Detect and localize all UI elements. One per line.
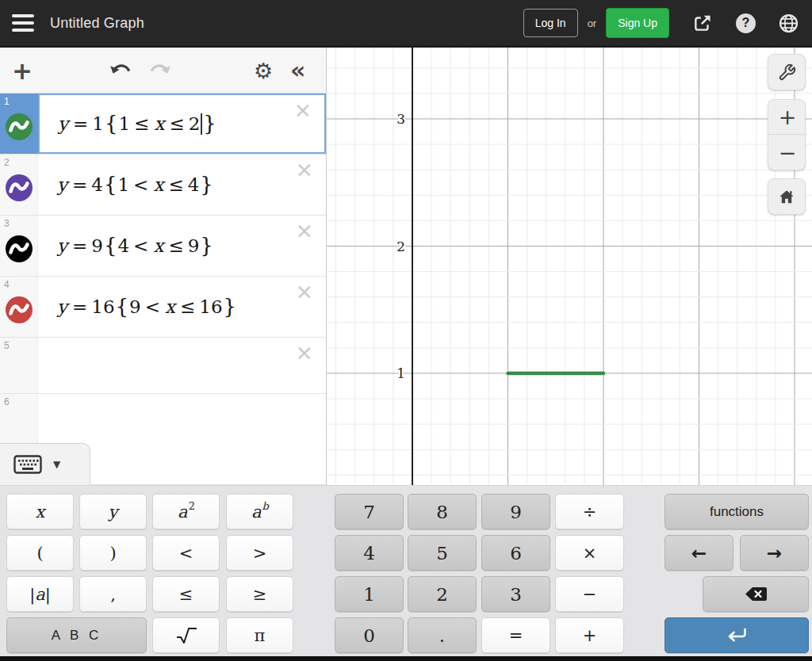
key-label: ≥ [253,585,267,604]
key-add[interactable]: + [555,617,624,653]
key-arrow-left[interactable]: ← [665,535,733,571]
expression-row[interactable]: 5× [0,338,326,394]
key-8[interactable]: 8 [408,494,477,529]
home-icon [778,188,795,205]
key-arrow-right[interactable]: → [740,535,809,571]
key-label: π [255,626,266,645]
delete-expression-button[interactable]: × [290,341,318,364]
delete-expression-button[interactable]: × [290,219,318,242]
key-decimal[interactable]: . [408,617,477,653]
curve-icon[interactable] [6,174,33,204]
key-enter[interactable] [665,617,809,653]
expression-input[interactable]: y=9{4<x≤9}× [39,216,326,276]
key-less-equal[interactable]: ≤ [152,576,220,612]
key-label: 2 [436,584,448,605]
delete-expression-button[interactable]: × [290,158,318,181]
key-label: 9 [510,502,522,522]
graph-canvas[interactable]: 321 [327,48,812,485]
expression-list: 1y=1{1≤x≤2}×2y=4{1<x≤4}×3y=9{4<x≤9}×4y=1… [0,94,326,485]
y-axis-tick-label: 3 [396,111,405,127]
key-0[interactable]: 0 [335,617,404,653]
sign-up-button[interactable]: Sign Up [606,8,669,38]
key-6[interactable]: 6 [481,535,550,571]
key-functions[interactable]: functions [665,494,809,529]
expression-panel: + ⚙ « 1y=1{1≤x≤2}×2y=4{1<x≤4}×3y=9{4<x≤9… [0,48,327,485]
key-label: A B C [52,628,102,644]
redo-button[interactable] [147,59,173,81]
key-4[interactable]: 4 [335,535,404,571]
expression-number: 1 [4,96,10,107]
collapse-panel-button[interactable]: « [289,57,307,84]
log-in-button[interactable]: Log In [523,9,578,37]
expression-input[interactable]: y=1{1≤x≤2}× [38,94,326,154]
keyboard-icon [13,455,42,474]
key-label: 6 [510,543,522,564]
key-abc[interactable]: A B C [6,617,147,653]
key-label: ≤ [179,585,193,604]
key-3[interactable]: 3 [481,576,550,612]
help-button[interactable]: ? [736,13,756,33]
home-button[interactable] [768,178,806,215]
key-paren-close[interactable]: ) [79,535,147,571]
undo-button[interactable] [108,59,133,81]
delete-expression-button[interactable]: × [290,280,318,303]
expression-row[interactable]: 3y=9{4<x≤9}× [0,216,326,277]
expression-input[interactable]: y=4{1<x≤4}× [39,155,326,215]
key-greater-equal[interactable]: ≥ [226,576,293,612]
key-9[interactable]: 9 [481,494,550,529]
expression-gutter: 4 [0,277,38,337]
key-a-squared[interactable]: a2 [152,494,220,529]
curve-icon[interactable] [6,296,33,327]
expression-row[interactable]: 4y=16{9<x≤16}× [0,277,326,338]
zoom-in-button[interactable]: + [768,100,806,135]
zoom-out-button[interactable]: − [768,135,806,170]
expression-row[interactable]: 1y=1{1≤x≤2}× [0,94,326,155]
key-pi[interactable]: π [226,617,293,653]
expression-input[interactable]: × [39,338,326,393]
expression-gutter: 2 [0,155,38,215]
key-subtract[interactable]: − [555,576,624,612]
graph-settings-gear-button[interactable]: ⚙ [252,58,274,82]
key-a-power-b[interactable]: ab [226,494,293,529]
expression-row[interactable]: 2y=4{1<x≤4}× [0,155,326,216]
graph-settings-button[interactable] [768,54,806,90]
key-backspace[interactable] [703,576,809,612]
key-paren-open[interactable]: ( [6,535,74,571]
y-axis-tick-label: 1 [396,365,405,381]
key-abs[interactable]: |a| [6,576,74,612]
key-x[interactable]: x [6,494,74,529]
expression-equation: y=9{4<x≤9} [56,216,214,276]
language-button[interactable] [778,13,799,34]
expression-number: 3 [4,218,10,229]
key-2[interactable]: 2 [408,576,477,612]
key-7[interactable]: 7 [335,494,404,529]
curve-icon[interactable] [6,113,33,143]
key-label: ( [36,544,43,563]
key-multiply[interactable]: × [555,535,624,571]
key-comma[interactable]: , [79,576,147,612]
menu-button[interactable] [11,13,35,32]
expression-input[interactable]: y=16{9<x≤16}× [39,277,326,337]
key-label: > [253,544,267,563]
chevron-down-icon: ▼ [53,459,60,470]
add-expression-button[interactable]: + [10,56,34,84]
y-axis-tick-label: 2 [396,239,405,254]
key-label: + [583,626,597,645]
enter-icon [724,627,749,644]
key-sqrt[interactable] [152,617,220,653]
share-button[interactable] [692,13,713,33]
key-y[interactable]: y [79,494,147,529]
expression-number: 6 [4,396,10,407]
keyboard-toggle-button[interactable]: ▼ [0,443,90,485]
key-divide[interactable]: ÷ [555,494,624,529]
key-5[interactable]: 5 [408,535,477,571]
curve-icon[interactable] [6,235,33,266]
expression-number: 4 [4,279,10,290]
key-equals[interactable]: = [481,617,550,653]
delete-expression-button[interactable]: × [289,98,316,121]
key-label: functions [710,504,764,520]
key-1[interactable]: 1 [335,576,404,612]
key-greater-than[interactable]: > [226,535,293,571]
key-label: 3 [510,584,522,605]
key-less-than[interactable]: < [152,535,220,571]
